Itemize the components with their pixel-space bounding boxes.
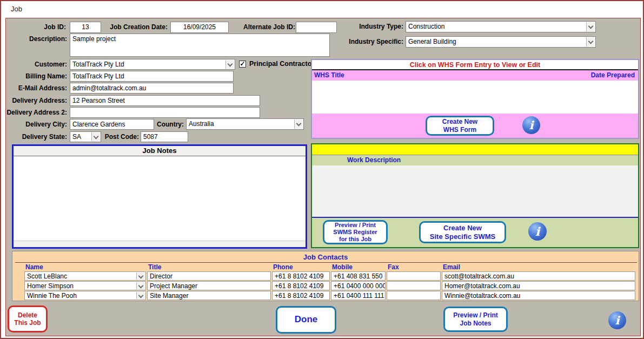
button-line: Delete	[9, 311, 46, 319]
description-field[interactable]: Sample project	[70, 34, 330, 57]
contact-fax-field[interactable]	[387, 271, 441, 281]
description-label: Description:	[28, 35, 67, 43]
contact-fax-field[interactable]	[387, 281, 441, 290]
contact-phone-field[interactable]: +61 8 8102 4109	[272, 281, 330, 290]
alternate-job-id-label: Alternate Job ID:	[243, 23, 293, 31]
contacts-header-phone: Phone	[273, 263, 293, 271]
alternate-job-id-field[interactable]	[296, 22, 337, 33]
swms-panel-footer: Preview / Print SWMS Register for this J…	[312, 218, 638, 247]
delivery-city-label: Delivery City:	[20, 121, 67, 128]
dropdown-arrow-icon[interactable]	[91, 132, 100, 141]
preview-print-job-notes-button[interactable]: Preview / Print Job Notes	[443, 307, 508, 332]
job-creation-date-field[interactable]: 16/09/2025	[170, 22, 229, 33]
industry-specific-select[interactable]: General Building	[406, 36, 596, 48]
contact-name-select[interactable]: Winnie The Pooh	[24, 291, 146, 300]
delivery-state-select[interactable]: SA	[70, 131, 101, 142]
dropdown-arrow-icon[interactable]	[586, 22, 595, 31]
button-line: Job Notes	[445, 320, 506, 327]
job-window: Job Job ID: 13 Job Creation Date: 16/09/…	[0, 0, 644, 339]
industry-type-value: Construction	[408, 23, 444, 30]
dropdown-arrow-icon[interactable]	[136, 282, 145, 289]
customer-label: Customer:	[31, 61, 67, 68]
contact-title-field[interactable]: Site Manager	[147, 291, 271, 300]
dropdown-arrow-icon[interactable]	[225, 60, 234, 69]
contact-mobile-field[interactable]: +61 0400 000 000	[331, 281, 386, 290]
preview-print-swms-register-button[interactable]: Preview / Print SWMS Register for this J…	[323, 220, 388, 244]
contacts-header-email: Email	[443, 263, 460, 271]
country-select[interactable]: Australia	[186, 118, 304, 130]
delivery-address2-label: Delivery Address 2:	[4, 109, 67, 116]
contacts-header-title: Title	[148, 263, 161, 271]
job-notes-field[interactable]	[14, 156, 306, 241]
delivery-city-field[interactable]: Clarence Gardens	[70, 119, 154, 130]
contact-title-field[interactable]: Director	[147, 271, 271, 281]
principal-contractor-checkbox[interactable]: ✓	[239, 61, 246, 68]
whs-form-list[interactable]	[312, 81, 638, 114]
done-button[interactable]: Done	[276, 306, 336, 334]
whs-title-column-label: WHS Title	[314, 71, 344, 81]
job-contacts-rule	[15, 262, 637, 263]
contact-fax-field[interactable]	[387, 291, 441, 300]
customer-select[interactable]: TotalTrack Pty Ltd	[70, 59, 235, 70]
billing-name-label: Billing Name:	[20, 72, 67, 80]
button-line: Preview / Print	[445, 311, 506, 319]
industry-type-select[interactable]: Construction	[406, 21, 596, 32]
principal-contractor-label: Principal Contractor	[249, 60, 314, 68]
job-notes-scroll-strip	[14, 241, 306, 247]
industry-specific-value: General Building	[408, 38, 456, 45]
contact-name-select[interactable]: Scott LeBlanc	[24, 271, 146, 281]
post-code-field[interactable]: 5087	[141, 131, 188, 142]
delivery-address-field[interactable]: 12 Pearson Street	[70, 95, 260, 106]
dropdown-arrow-icon[interactable]	[586, 37, 595, 46]
swms-list[interactable]	[312, 165, 638, 217]
swms-yellow-bar	[312, 144, 638, 155]
country-label: Country:	[155, 121, 184, 128]
job-id-label: Job ID:	[31, 23, 66, 31]
contact-phone-field[interactable]: +61 8 8102 4109	[272, 271, 330, 281]
contact-email-field[interactable]: Winnie@totaltrack.com.au	[442, 291, 635, 300]
whs-panel: Click on WHS Form Entry to View or Edit …	[311, 59, 639, 139]
footer-info-icon[interactable]: i	[608, 311, 626, 329]
button-line: Create New	[427, 118, 493, 125]
customer-value: TotalTrack Pty Ltd	[72, 61, 124, 68]
whs-panel-header: Click on WHS Form Entry to View or Edit	[312, 60, 638, 70]
contacts-header-mobile: Mobile	[332, 263, 353, 271]
whs-panel-footer: Create New WHS Form i	[312, 114, 638, 138]
contact-name-select[interactable]: Homer Simpson	[24, 281, 146, 290]
delete-this-job-button[interactable]: Delete This Job	[8, 305, 48, 333]
contact-email-field[interactable]: scott@totaltrack.com.au	[442, 271, 635, 281]
industry-specific-label: Industry Specific:	[347, 38, 403, 45]
dropdown-arrow-icon[interactable]	[294, 119, 303, 129]
contact-email-field[interactable]: Homer@totaltrack.com.au	[442, 281, 635, 290]
job-id-field[interactable]: 13	[70, 22, 101, 33]
post-code-label: Post Code:	[104, 133, 139, 141]
button-line: WHS Form	[427, 126, 493, 134]
email-label: E-Mail Address:	[15, 84, 67, 92]
swms-info-icon[interactable]: i	[528, 222, 547, 241]
whs-info-icon[interactable]: i	[522, 116, 540, 134]
dropdown-arrow-icon[interactable]	[136, 292, 145, 299]
dropdown-arrow-icon[interactable]	[136, 272, 145, 280]
contacts-header-name: Name	[25, 263, 43, 271]
button-line: Preview / Print	[324, 222, 386, 229]
job-notes-panel: Job Notes	[12, 144, 307, 249]
delivery-address2-field[interactable]	[70, 107, 260, 118]
create-new-whs-form-button[interactable]: Create New WHS Form	[426, 116, 494, 136]
button-line: SWMS Register	[324, 229, 386, 236]
email-field[interactable]: admin@totaltrack.com.au	[70, 83, 234, 94]
contact-phone-field[interactable]: +61 8 8102 4109	[272, 291, 330, 300]
create-new-site-specific-swms-button[interactable]: Create New Site Specific SWMS	[419, 221, 506, 243]
country-value: Australia	[189, 120, 214, 128]
swms-panel: Work Description Preview / Print SWMS Re…	[311, 143, 639, 248]
billing-name-field[interactable]: TotalTrack Pty Ltd	[70, 71, 234, 82]
button-line: Create New	[421, 224, 504, 232]
contact-mobile-field[interactable]: +61 408 831 550	[331, 271, 386, 281]
contact-mobile-field[interactable]: +61 0400 111 111	[331, 291, 386, 300]
contact-name: Homer Simpson	[27, 282, 74, 290]
job-contacts-panel: Job Contacts Name Title Phone Mobile Fax…	[12, 251, 639, 301]
contact-name: Winnie The Pooh	[27, 292, 77, 300]
delivery-state-value: SA	[72, 133, 81, 141]
whs-date-prepared-column-label: Date Prepared	[591, 71, 635, 81]
contact-name: Scott LeBlanc	[27, 272, 67, 280]
contact-title-field[interactable]: Project Manager	[147, 281, 271, 290]
